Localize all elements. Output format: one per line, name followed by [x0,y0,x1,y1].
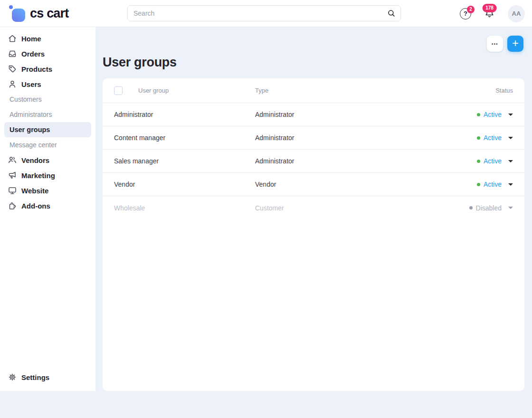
caret-down-icon [508,160,513,162]
people-icon [8,155,17,165]
cell-type: Administrator [255,157,477,165]
column-status: Status [495,87,513,94]
status-dot [469,206,473,209]
sidebar: Home Orders Products Users Customers [0,27,95,391]
sidebar-item-users[interactable]: Users [0,76,95,92]
table-row: Content manager Administrator Active [103,126,524,150]
search-icon[interactable] [387,9,396,18]
select-all-checkbox[interactable] [114,86,123,95]
sidebar-item-label: Orders [21,50,45,58]
table-row: Vendor Vendor Active [103,173,524,196]
monitor-icon [8,186,17,195]
inbox-icon [8,49,17,58]
search-bar [127,5,401,21]
cell-type: Customer [255,204,469,212]
sidebar-item-label: Home [21,35,41,43]
column-type: Type [255,87,495,94]
sidebar-item-label: Customers [10,95,42,103]
status-dot [477,183,480,186]
status-dot [477,160,480,163]
sidebar-item-administrators[interactable]: Administrators [0,107,95,122]
sidebar-item-marketing[interactable]: Marketing [0,168,95,183]
cell-name[interactable]: Wholesale [114,204,255,212]
cell-name[interactable]: Content manager [114,134,255,142]
sidebar-item-label: Message center [10,141,57,149]
status-label: Disabled [476,204,502,212]
table-row: Wholesale Customer Disabled [103,196,524,219]
cell-type: Administrator [255,111,477,118]
table-row: Sales manager Administrator Active [103,150,524,173]
status-label: Active [484,180,502,188]
puzzle-icon [8,201,17,210]
cell-type: Vendor [255,180,477,188]
gear-icon [8,372,17,382]
sidebar-item-home[interactable]: Home [0,31,95,46]
sidebar-item-label: Website [21,187,48,195]
cell-type: Administrator [255,134,477,142]
user-icon [8,79,17,89]
page-title: User groups [103,55,177,70]
user-groups-table: User group Type Status Administrator Adm… [103,78,524,391]
status-dropdown[interactable]: Active [477,157,513,165]
logo[interactable]: cs cart [8,3,68,23]
sidebar-item-vendors[interactable]: Vendors [0,152,95,168]
sidebar-item-orders[interactable]: Orders [0,46,95,61]
status-label: Active [484,157,502,165]
sidebar-item-label: Marketing [21,171,55,180]
top-header: cs cart ? 2 178 AA [0,0,532,27]
search-input[interactable] [127,5,401,21]
status-dropdown[interactable]: Active [477,134,513,142]
sidebar-item-label: Products [21,65,52,73]
help-button[interactable]: ? 2 [460,8,471,19]
caret-down-icon [508,114,513,116]
sidebar-item-label: User groups [10,126,50,133]
help-badge: 2 [467,6,475,13]
column-user-group: User group [138,87,255,94]
caret-down-icon [508,137,513,139]
cell-name[interactable]: Sales manager [114,157,255,165]
avatar[interactable]: AA [508,5,525,22]
tag-icon [8,64,17,74]
home-icon [8,34,17,43]
status-dropdown[interactable]: Active [477,180,513,188]
caret-down-icon [508,207,513,209]
status-label: Active [484,134,502,142]
sidebar-item-message-center[interactable]: Message center [0,137,95,152]
caret-down-icon [508,183,513,186]
sidebar-item-settings[interactable]: Settings [0,370,95,385]
sidebar-item-products[interactable]: Products [0,61,95,76]
status-dot [477,113,480,116]
sidebar-item-user-groups[interactable]: User groups [4,122,91,137]
sidebar-item-label: Add-ons [21,202,50,210]
logo-text: cs cart [30,6,68,21]
sidebar-item-customers[interactable]: Customers [0,92,95,107]
cs-cart-logo-icon [8,3,27,23]
notifications-button[interactable]: 178 [484,8,495,19]
status-label: Active [484,111,502,118]
cell-name[interactable]: Administrator [114,111,255,118]
table-header: User group Type Status [103,78,524,103]
sidebar-item-label: Vendors [21,156,49,164]
sidebar-item-label: Administrators [10,111,52,118]
status-dropdown[interactable]: Active [477,111,513,118]
megaphone-icon [8,171,17,180]
sidebar-item-label: Settings [21,373,49,381]
sidebar-item-add-ons[interactable]: Add-ons [0,198,95,213]
status-dropdown[interactable]: Disabled [469,204,513,212]
sidebar-item-website[interactable]: Website [0,183,95,198]
notifications-badge: 178 [482,4,497,12]
table-row: Administrator Administrator Active [103,103,524,126]
add-user-group-button[interactable]: + [507,36,523,52]
status-dot [477,136,480,140]
sidebar-item-label: Users [21,80,41,88]
more-actions-button[interactable]: ••• [487,36,503,52]
cell-name[interactable]: Vendor [114,180,255,188]
